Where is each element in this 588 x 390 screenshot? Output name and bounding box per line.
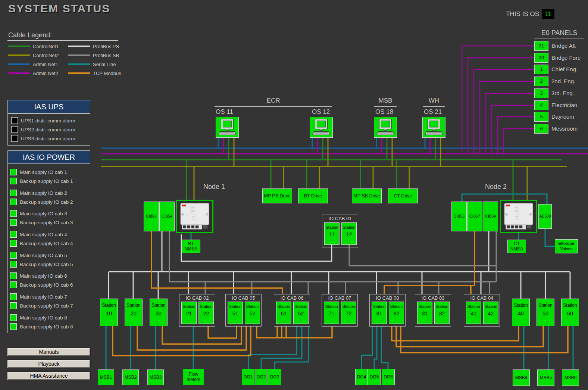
computer-icon bbox=[310, 117, 332, 137]
station-61[interactable]: Station61 bbox=[276, 302, 291, 324]
station-number: 41 bbox=[471, 311, 477, 317]
main-supply-cab4-indicator bbox=[10, 231, 17, 238]
station-52[interactable]: Station52 bbox=[245, 302, 260, 324]
msb2-box[interactable]: MSB2 bbox=[122, 369, 139, 385]
hma-assistance-button[interactable]: HMA Assistance bbox=[7, 372, 90, 380]
os12-workstation[interactable] bbox=[310, 117, 333, 138]
node1-controller[interactable] bbox=[176, 200, 213, 233]
station-number: 51 bbox=[232, 311, 238, 317]
station-32[interactable]: Station32 bbox=[434, 302, 450, 324]
station-22[interactable]: Station22 bbox=[198, 302, 214, 324]
io-power-label: Backup supply IO cab 2 bbox=[20, 199, 73, 205]
wh-group-label: WH bbox=[423, 97, 445, 104]
station-word: Station bbox=[373, 304, 385, 309]
e0-panel-6[interactable]: 6 bbox=[534, 124, 548, 134]
main-supply-cab7-indicator bbox=[10, 293, 17, 300]
e0-panel-21[interactable]: 21 bbox=[534, 41, 548, 51]
msb5-box[interactable]: MSB5 bbox=[537, 369, 554, 386]
e0-panel-5[interactable]: 5 bbox=[534, 112, 548, 122]
node2-ci867-module[interactable]: CI867 bbox=[467, 202, 482, 231]
node2-ci854-module[interactable]: CI854 bbox=[483, 202, 498, 231]
dg1-box[interactable]: DG1 bbox=[242, 369, 254, 385]
ct-nmea-box[interactable]: CT NMEA bbox=[507, 240, 526, 253]
dg2-box[interactable]: DG2 bbox=[255, 369, 268, 385]
dg4-box[interactable]: DG4 bbox=[355, 369, 368, 385]
os11-label: OS 11 bbox=[216, 108, 233, 116]
station-11[interactable]: Station11 bbox=[324, 222, 340, 245]
dg3-box[interactable]: DG3 bbox=[268, 369, 281, 385]
e0-panel-label: 3rd. Eng. bbox=[551, 90, 574, 96]
station-10[interactable]: Station10 bbox=[100, 299, 118, 326]
station-number: 21 bbox=[186, 311, 192, 317]
station-word: Station bbox=[229, 304, 241, 309]
manuals-button[interactable]: Manuals bbox=[7, 348, 90, 356]
ac500-plc[interactable]: AC500 bbox=[538, 204, 552, 229]
dg5-box[interactable]: DG5 bbox=[368, 369, 381, 385]
eltorque-valves-box[interactable]: Eltorque Valves bbox=[555, 239, 578, 253]
station-20[interactable]: Station20 bbox=[125, 299, 143, 326]
legend-swatch-profibus-ps bbox=[68, 46, 90, 47]
node2-ci853-module[interactable]: CI853 bbox=[451, 202, 467, 231]
station-30[interactable]: Station30 bbox=[150, 299, 168, 326]
ups2-alarm-label: UPS2 distr. comm alarm bbox=[21, 127, 75, 132]
io-power-label: Backup supply IO cab 1 bbox=[20, 178, 73, 184]
e0-panel-1[interactable]: 1 bbox=[534, 65, 548, 74]
station-word: Station bbox=[126, 303, 140, 308]
e0-panel-label: Electrician bbox=[551, 102, 577, 108]
station-50[interactable]: Station50 bbox=[537, 299, 554, 326]
node1-ci867-module[interactable]: CI867 bbox=[144, 202, 159, 231]
station-word: Station bbox=[102, 303, 116, 308]
ups3-alarm-label: UPS3 distr. comm alarm bbox=[21, 136, 75, 141]
io-cab-title: IO CAB 03 bbox=[415, 294, 451, 301]
io-cab-title: IO CAB 06 bbox=[274, 294, 310, 301]
station-42[interactable]: Station42 bbox=[483, 302, 498, 324]
backup-supply-cab6-indicator bbox=[10, 281, 17, 288]
bt-nmea-box[interactable]: BT NMEA bbox=[182, 240, 200, 253]
node1-ci854-module[interactable]: CI854 bbox=[159, 202, 175, 231]
station-12[interactable]: Station12 bbox=[341, 222, 357, 245]
playback-button[interactable]: Playback bbox=[7, 360, 90, 368]
ct-drive[interactable]: CT Drive bbox=[388, 188, 418, 203]
msb1-box[interactable]: MSB1 bbox=[98, 369, 114, 385]
dg6-box[interactable]: DG6 bbox=[382, 369, 395, 385]
legend-label: ControlNet2 bbox=[33, 53, 59, 58]
e0-panel-2[interactable]: 2 bbox=[534, 77, 548, 86]
main-supply-cab1-indicator bbox=[10, 169, 17, 175]
os21-workstation[interactable] bbox=[422, 117, 445, 138]
station-81[interactable]: Station81 bbox=[372, 302, 387, 324]
node2-controller[interactable] bbox=[500, 200, 537, 233]
os11-workstation[interactable] bbox=[216, 117, 239, 138]
abb-controller-icon bbox=[502, 202, 535, 231]
flow-meters-box[interactable]: Flow meters bbox=[183, 369, 204, 385]
station-number: 30 bbox=[156, 311, 162, 317]
station-number: 31 bbox=[422, 311, 428, 317]
station-40[interactable]: Station40 bbox=[512, 299, 530, 326]
station-word: Station bbox=[182, 304, 195, 309]
backup-supply-cab4-indicator bbox=[10, 240, 17, 247]
backup-supply-cab1-indicator bbox=[10, 178, 17, 184]
station-word: Station bbox=[435, 304, 448, 309]
e0-panel-20[interactable]: 20 bbox=[534, 53, 548, 63]
station-72[interactable]: Station72 bbox=[341, 302, 356, 324]
e0-panel-3[interactable]: 3 bbox=[534, 88, 548, 98]
system-status-screen: SYSTEM STATUS THIS IS OS 11 Cable Legend… bbox=[0, 0, 588, 390]
legend-swatch-modbus bbox=[68, 72, 90, 74]
e0-panel-4[interactable]: 4 bbox=[534, 100, 548, 110]
station-71[interactable]: Station71 bbox=[324, 302, 339, 324]
station-21[interactable]: Station21 bbox=[181, 302, 197, 324]
station-41[interactable]: Station41 bbox=[466, 302, 481, 324]
msb6-box[interactable]: MSB6 bbox=[562, 369, 579, 386]
station-82[interactable]: Station82 bbox=[389, 302, 404, 324]
msb3-box[interactable]: MSB3 bbox=[147, 369, 164, 385]
e0-panel-label: Dayroom bbox=[551, 113, 574, 120]
mp-ps-drive[interactable]: MP PS Drive bbox=[262, 188, 292, 203]
os18-workstation[interactable] bbox=[374, 117, 397, 138]
bt-drive[interactable]: BT Drive bbox=[298, 188, 328, 203]
station-31[interactable]: Station31 bbox=[417, 302, 432, 324]
msb4-box[interactable]: MSB4 bbox=[513, 369, 530, 386]
station-word: Station bbox=[563, 303, 577, 308]
station-60[interactable]: Station60 bbox=[561, 299, 579, 326]
station-62[interactable]: Station62 bbox=[293, 302, 309, 324]
mp-sb-drive[interactable]: MP SB Drive bbox=[352, 188, 382, 203]
station-51[interactable]: Station51 bbox=[228, 302, 243, 324]
